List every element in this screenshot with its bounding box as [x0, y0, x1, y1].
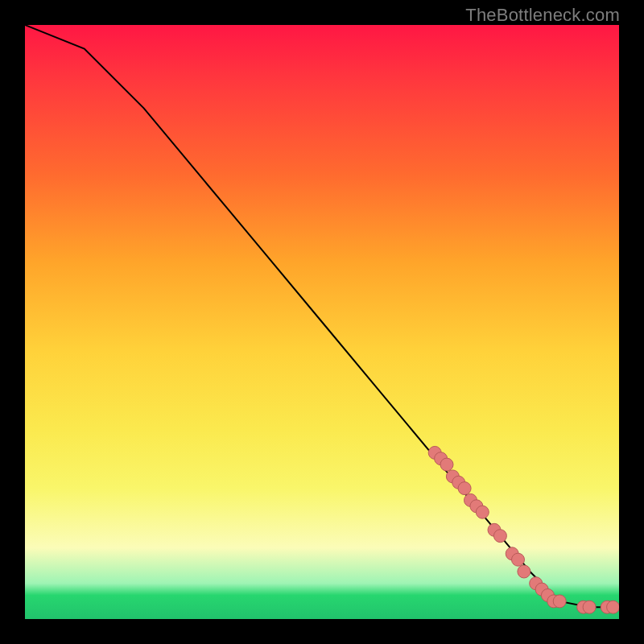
curve-point: [464, 493, 477, 506]
curve-point: [493, 530, 506, 543]
curve-point: [518, 565, 530, 578]
curve-point: [452, 476, 465, 489]
curve-point: [607, 601, 619, 613]
watermark-label: TheBottleneck.com: [465, 5, 620, 26]
curve-point: [547, 595, 560, 608]
curve-point: [458, 482, 471, 495]
curve-point: [535, 583, 548, 596]
bottleneck-curve: [25, 25, 619, 607]
curve-point: [476, 506, 489, 518]
chart-plot-area: [25, 25, 619, 619]
curve-point: [583, 601, 596, 613]
curve-point: [512, 553, 525, 566]
curve-point: [470, 500, 483, 513]
curve-point: [428, 446, 441, 459]
curve-point: [530, 577, 543, 590]
curve-point: [446, 470, 459, 483]
chart-frame: TheBottleneck.com: [0, 0, 644, 644]
curve-group: [25, 25, 619, 607]
curve-point: [435, 452, 448, 465]
chart-svg: [25, 25, 619, 619]
curve-point: [577, 601, 590, 613]
curve-point: [506, 547, 518, 560]
curve-point: [488, 523, 501, 536]
curve-point: [541, 589, 554, 602]
curve-points: [428, 446, 619, 613]
curve-point: [601, 601, 613, 613]
curve-point: [440, 458, 453, 471]
curve-point: [553, 595, 566, 608]
